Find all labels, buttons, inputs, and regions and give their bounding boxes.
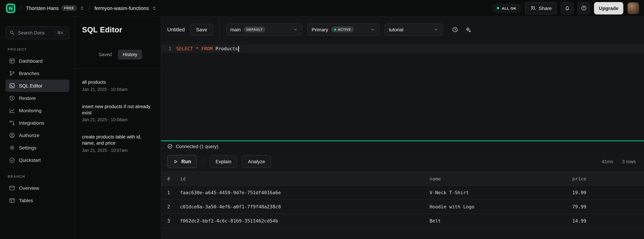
sidebar-item-sql-editor[interactable]: SQL Editor	[6, 80, 69, 92]
code-token: FROM	[201, 46, 212, 51]
save-button-label: Save	[196, 27, 207, 32]
sidebar-item-authorize[interactable]: Authorize	[6, 129, 69, 142]
sidebar-item-restore[interactable]: Restore	[6, 92, 69, 104]
query-history-icon[interactable]	[449, 23, 461, 35]
sidebar-item-branches[interactable]: Branches	[6, 67, 69, 80]
results-table: #idnameprice1faac630e-a645-4459-9d7e-751…	[161, 172, 644, 228]
sql-editor[interactable]: 1 SELECT * FROM Products	[161, 43, 644, 141]
explain-button-label: Explain	[216, 159, 231, 164]
sidebar-item-label: Dashboard	[19, 58, 42, 64]
help-icon	[581, 5, 586, 11]
history-item[interactable]: insert new products if not already exist…	[82, 104, 154, 122]
sidebar-item-quickstart[interactable]: Quickstart	[6, 154, 69, 166]
sidebar-nav: PROJECTDashboardBranchesSQL EditorRestor…	[6, 39, 69, 207]
code-token: *	[196, 46, 198, 51]
sidebar-item-integrations[interactable]: Integrations	[6, 117, 69, 129]
users-icon	[530, 5, 536, 11]
upgrade-button[interactable]: Upgrade	[594, 2, 623, 14]
code-token	[193, 46, 196, 51]
table-row[interactable]: 3f062dc2-bbf2-4c6c-8169-3511462cd54bBelt…	[161, 214, 644, 228]
table-row[interactable]: 1faac630e-a645-4459-9d7e-751df4016a6eV-N…	[161, 186, 644, 200]
format-icon[interactable]	[462, 23, 474, 35]
org-switcher[interactable]: Thorsten Hans FREE	[26, 5, 84, 11]
sidebar-item-tables[interactable]: Tables	[6, 194, 69, 207]
table-cell: 2	[167, 204, 180, 209]
history-item-title: insert new products if not already exist	[82, 104, 154, 116]
chevron-down-icon	[293, 27, 298, 32]
table-row[interactable]: 2c01dce8a-3a50-4ef6-a0f1-7f9f48a238c8Hoo…	[161, 200, 644, 214]
sidebar-item-label: Branches	[19, 71, 39, 76]
chevrons-up-down-icon	[152, 6, 156, 10]
sidebar-item-dashboard[interactable]: Dashboard	[6, 55, 69, 67]
select-value: tutorial	[389, 27, 403, 32]
active-dot	[334, 28, 336, 30]
project-name: fermyon-wasm-functions	[94, 5, 149, 11]
code-token	[212, 46, 215, 51]
sql-editor-icon	[9, 83, 15, 89]
code-content: SELECT * FROM Products	[176, 46, 239, 51]
topbar: / Thorsten Hans FREE / fermyon-wasm-func…	[0, 0, 644, 16]
analyze-button[interactable]: Analyze	[242, 155, 271, 168]
save-button[interactable]: Save	[190, 23, 213, 35]
authorize-icon	[9, 132, 15, 138]
column-header: id	[180, 176, 430, 181]
table-header-row: #idnameprice	[161, 172, 644, 186]
connection-status-label: Connected (1 query)	[176, 144, 218, 149]
sidebar-item-monitoring[interactable]: Monitoring	[6, 104, 69, 117]
column-header: price	[572, 176, 644, 181]
divider	[219, 16, 220, 42]
explain-button[interactable]: Explain	[210, 155, 237, 168]
help-button[interactable]	[578, 2, 590, 14]
body: Search Docs ⌘K PROJECTDashboardBranchesS…	[0, 16, 644, 239]
notifications-button[interactable]	[561, 2, 573, 14]
select-main[interactable]: mainDEFAULT	[226, 23, 302, 36]
code-token: SELECT	[176, 46, 193, 51]
sidebar-item-overview[interactable]: Overview	[6, 182, 69, 194]
table-cell: 19.99	[572, 190, 644, 195]
sidebar-section-label: BRANCH	[8, 175, 69, 178]
run-button-label: Run	[181, 159, 191, 164]
settings-icon	[9, 145, 15, 151]
select-primary[interactable]: PrimaryACTIVE	[307, 23, 380, 36]
select-tutorial[interactable]: tutorial	[384, 23, 443, 36]
sidebar-item-label: Overview	[19, 185, 39, 191]
project-switcher[interactable]: fermyon-wasm-functions	[94, 5, 156, 11]
page-title: SQL Editor	[75, 16, 161, 34]
integrations-icon	[9, 120, 15, 126]
neon-logo[interactable]	[6, 3, 16, 13]
table-cell: Belt	[430, 218, 572, 224]
quickstart-icon	[9, 157, 15, 163]
sidebar-item-label: Authorize	[19, 133, 39, 138]
tab-history[interactable]: History	[118, 50, 142, 60]
share-button[interactable]: Share	[525, 2, 557, 14]
query-duration: 41ms	[602, 159, 613, 164]
sidebar-section-label: PROJECT	[8, 47, 69, 51]
connection-status: Connected (1 query)	[161, 141, 644, 152]
monitoring-icon	[9, 107, 15, 114]
table-cell: 79.99	[572, 204, 644, 209]
table-cell: 1	[167, 190, 180, 195]
history-panel: SQL Editor SavedHistory all productsJan …	[75, 16, 161, 239]
chevron-down-icon	[370, 27, 375, 32]
status-dot	[497, 7, 500, 9]
breadcrumb-separator: /	[88, 4, 90, 12]
sidebar-item-label: SQL Editor	[19, 83, 42, 88]
panel-tabs: SavedHistory	[75, 50, 161, 60]
divider	[203, 157, 204, 166]
search-icon	[9, 30, 15, 35]
topbar-actions: ALL OK Share Upgrade	[492, 2, 639, 14]
sidebar-item-settings[interactable]: Settings	[6, 142, 69, 154]
line-number: 1	[161, 46, 176, 51]
search-input[interactable]: Search Docs ⌘K	[6, 26, 69, 39]
table-cell: 3	[167, 218, 180, 224]
restore-icon	[9, 95, 15, 101]
results-actions: Run Explain Analyze 41ms 3 rows	[161, 152, 644, 172]
code-token: Products	[216, 46, 238, 51]
tab-saved[interactable]: Saved	[94, 50, 117, 60]
history-item[interactable]: create products table with id, name, and…	[82, 134, 154, 153]
status-badge[interactable]: ALL OK	[492, 3, 521, 12]
run-button[interactable]: Run	[167, 155, 197, 168]
dashboard-icon	[9, 58, 15, 64]
history-item[interactable]: all productsJan 21, 2025 - 10:08am	[82, 79, 154, 92]
avatar[interactable]	[628, 2, 639, 14]
